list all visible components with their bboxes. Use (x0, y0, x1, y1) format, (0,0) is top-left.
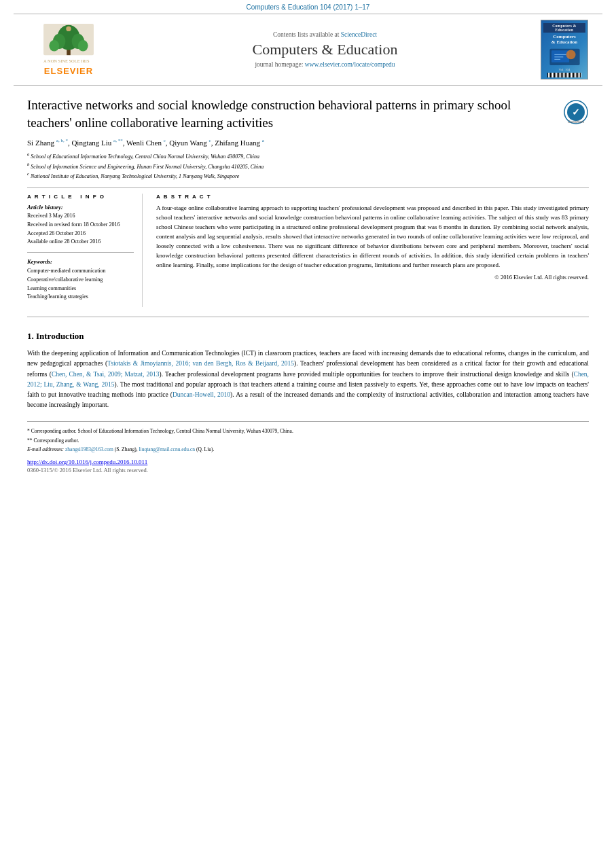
revised-date: Received in revised form 18 October 2016 (27, 221, 134, 230)
sciencedirect-line: Contents lists available at ScienceDirec… (113, 31, 537, 38)
affiliation-a: a School of Educational Information Tech… (27, 151, 589, 161)
email-1-author: (S. Zhang), (115, 446, 138, 452)
elsevier-wordmark: ELSEVIER (44, 66, 93, 76)
keyword-3: Learning communities (27, 285, 134, 293)
abstract-text: A four-stage online collaborative learni… (156, 204, 589, 270)
svg-point-5 (49, 40, 59, 52)
journal-header: A NON SINE SOLE IRIS ELSEVIER Contents l… (14, 14, 602, 86)
left-column: A R T I C L E I N F O Article history: R… (27, 194, 143, 307)
ref-chen-tsai[interactable]: Chen, Chen, & Tsai, 2009; Matzat, 2013 (52, 371, 160, 378)
svg-point-6 (78, 40, 88, 52)
journal-title: Computers & Education (113, 41, 537, 58)
affiliation-b: b School of Information Science and Engi… (27, 161, 589, 171)
cover-volume: Vol. 104 (559, 68, 570, 71)
author-2: Qingtang Liu a, **, (71, 139, 124, 147)
homepage-url[interactable]: www.elsevier.com/locate/compedu (305, 61, 395, 68)
journal-header-center: Contents lists available at ScienceDirec… (113, 31, 537, 68)
paper-title: Interactive networks and social knowledg… (27, 96, 556, 131)
cover-band: Computers & Education (543, 23, 585, 33)
abstract-copyright: © 2016 Elsevier Ltd. All rights reserved… (156, 274, 589, 281)
footnotes-section: * Corresponding author. School of Educat… (27, 421, 589, 473)
svg-text:CrossMark: CrossMark (568, 120, 585, 124)
author-3: Wenli Chen c, (126, 139, 168, 147)
article-info-label: A R T I C L E I N F O (27, 194, 134, 200)
divider-1 (27, 187, 589, 188)
journal-homepage: journal homepage: www.elsevier.com/locat… (113, 61, 537, 68)
keywords-list: Computer-mediated communication Cooperat… (27, 267, 134, 302)
keywords-group: Keywords: Computer-mediated communicatio… (27, 258, 134, 302)
divider-keywords (27, 252, 134, 253)
elsevier-logo-area: A NON SINE SOLE IRIS ELSEVIER (24, 24, 113, 76)
footnote-emails: E-mail addresses: zhangsi1983@163.com (S… (27, 446, 589, 453)
doi-line: http://dx.doi.org/10.1016/j.compedu.2016… (27, 459, 589, 465)
paper-title-section: Interactive networks and social knowledg… (27, 96, 589, 181)
svg-rect-10 (551, 50, 569, 62)
author-5: Zhifang Huang a (215, 139, 264, 147)
issn-line: 0360-1315/© 2016 Elsevier Ltd. All right… (27, 467, 589, 473)
affiliation-c: c National Institute of Education, Nanya… (27, 171, 589, 181)
journal-cover: Computers & Education Computers& Educati… (541, 20, 588, 79)
article-history-label: Article history: (27, 204, 134, 211)
received-date: Received 3 May 2016 (27, 212, 134, 221)
svg-text:✓: ✓ (572, 107, 580, 118)
svg-point-7 (66, 26, 71, 31)
elsevier-tree-icon: A NON SINE SOLE IRIS (38, 24, 99, 65)
email-1-link[interactable]: zhangsi1983@163.com (65, 446, 113, 452)
svg-text:A NON SINE SOLE IRIS: A NON SINE SOLE IRIS (43, 58, 90, 63)
intro-paragraph-1: With the deepening application of Inform… (27, 348, 589, 410)
footnote-1: * Corresponding author. School of Educat… (27, 427, 589, 435)
svg-point-11 (566, 50, 575, 59)
crossmark-icon: ✓ CrossMark (563, 99, 589, 125)
top-bar: Computers & Education 104 (2017) 1–17 (0, 0, 616, 14)
accepted-date: Accepted 26 October 2016 (27, 230, 134, 238)
article-columns: A R T I C L E I N F O Article history: R… (27, 194, 589, 307)
cover-title-text: Computers& Education (551, 34, 577, 46)
keyword-4: Teaching/learning strategies (27, 293, 134, 302)
authors-line: Si Zhang a, b, *, Qingtang Liu a, **, We… (27, 138, 589, 147)
footnote-2: ** Corresponding author. (27, 437, 589, 444)
sciencedirect-link[interactable]: ScienceDirect (341, 31, 377, 38)
crossmark-area: ✓ CrossMark (563, 99, 589, 126)
cover-barcode (547, 73, 581, 77)
keyword-2: Cooperative/collaborative learning (27, 276, 134, 285)
paper-body: Interactive networks and social knowledg… (0, 96, 616, 473)
ref-tsiotakis[interactable]: Tsiotakis & Jimoyiannis, 2016; van den B… (107, 360, 294, 367)
keyword-1: Computer-mediated communication (27, 267, 134, 276)
author-4: Qiyun Wang c, (169, 139, 213, 147)
emails-label: E-mail addresses: (27, 446, 64, 452)
doi-link[interactable]: http://dx.doi.org/10.1016/j.compedu.2016… (27, 459, 147, 465)
introduction-section: 1. Introduction With the deepening appli… (27, 331, 589, 410)
intro-heading: 1. Introduction (27, 331, 589, 342)
affiliations: a School of Educational Information Tech… (27, 151, 589, 181)
article-history: Article history: Received 3 May 2016 Rec… (27, 204, 134, 247)
email-2-author: (Q. Liu). (196, 446, 214, 452)
cover-graphic-icon (546, 48, 583, 68)
journal-ref: Computers & Education 104 (2017) 1–17 (247, 3, 370, 11)
article-dates: Received 3 May 2016 Received in revised … (27, 212, 134, 247)
abstract-label: A B S T R A C T (156, 194, 589, 200)
journal-cover-area: Computers & Education Computers& Educati… (537, 20, 592, 79)
keywords-label: Keywords: (27, 258, 134, 265)
author-1: Si Zhang a, b, *, (27, 139, 70, 147)
available-date: Available online 28 October 2016 (27, 238, 134, 247)
email-2-link[interactable]: liuqtang@mail.ccnu.edu.cn (139, 446, 196, 452)
right-column: A B S T R A C T A four-stage online coll… (156, 194, 589, 307)
ref-duncan[interactable]: Duncan-Howell, 2010 (173, 391, 230, 398)
divider-2 (27, 317, 589, 317)
